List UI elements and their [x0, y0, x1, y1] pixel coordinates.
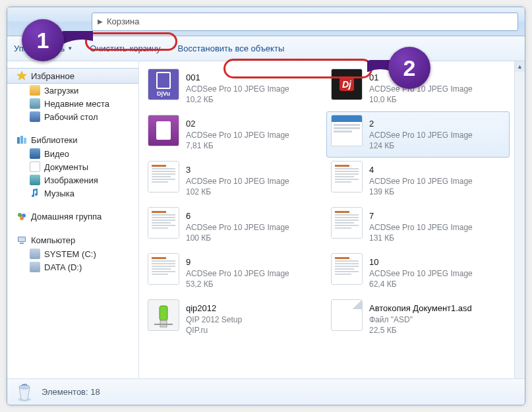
file-meta: 6ACDSee Pro 10 JPEG Image100 КБ — [186, 207, 289, 247]
file-name: 3 — [186, 164, 289, 176]
sidebar-homegroup-label: Домашняя группа — [31, 212, 102, 221]
sidebar-favorites-label: Избранное — [31, 71, 74, 81]
file-item[interactable]: 9ACDSee Pro 10 JPEG Image53,2 КБ — [143, 250, 326, 296]
file-size: 100 КБ — [186, 233, 289, 243]
file-meta: 4ACDSee Pro 10 JPEG Image139 КБ — [369, 161, 473, 200]
sidebar-item-system-c[interactable]: SYSTEM (C:) — [7, 247, 138, 260]
file-meta: Автокопия Документ1.asdФайл "ASD"22,5 КБ — [369, 299, 472, 339]
address-field[interactable]: ▶ Корзина — [92, 13, 518, 31]
empty-label: Очистить корзину — [90, 44, 160, 53]
homegroup-icon — [16, 211, 27, 221]
content-pane[interactable]: DjVu001ACDSee Pro 10 JPEG Image10,2 КБDj… — [139, 61, 525, 378]
sidebar-group-homegroup: Домашняя группа — [7, 209, 138, 223]
svg-rect-2 — [20, 136, 23, 144]
scroll-up-icon[interactable]: ▲ — [515, 61, 525, 72]
file-item[interactable]: 10ACDSee Pro 10 JPEG Image62,4 КБ — [326, 250, 510, 296]
annotation-badge-2: 2 — [388, 47, 430, 89]
file-thumbnail — [331, 207, 363, 239]
file-thumbnail — [331, 253, 363, 285]
file-type: ACDSee Pro 10 JPEG Image — [369, 176, 473, 187]
sidebar-item-data-d[interactable]: DATA (D:) — [7, 260, 138, 274]
sidebar-favorites-header[interactable]: Избранное — [7, 68, 138, 84]
file-size: 7,81 КБ — [186, 140, 289, 151]
sidebar-libraries-header[interactable]: Библиотеки — [7, 132, 138, 147]
file-size: 10,0 КБ — [369, 94, 473, 105]
file-name: 10 — [369, 256, 473, 268]
svg-point-14 — [19, 385, 30, 389]
music-icon — [30, 188, 40, 198]
file-meta: 7ACDSee Pro 10 JPEG Image131 КБ — [369, 207, 473, 247]
svg-marker-0 — [17, 71, 26, 80]
file-size: 139 КБ — [369, 187, 473, 197]
file-type: ACDSee Pro 10 JPEG Image — [186, 268, 289, 279]
file-item[interactable]: 7ACDSee Pro 10 JPEG Image131 КБ — [326, 204, 510, 250]
file-type: ACDSee Pro 10 JPEG Image — [186, 84, 289, 94]
svg-point-4 — [18, 213, 22, 217]
sidebar-item-label: Недавние места — [44, 99, 109, 109]
file-thumbnail: DjVu — [148, 69, 179, 100]
file-type: QIP 2012 Setup — [186, 314, 242, 325]
sidebar-item-documents[interactable]: Документы — [7, 160, 138, 173]
file-size: 131 КБ — [369, 233, 473, 243]
svg-rect-10 — [160, 306, 167, 320]
sidebar-homegroup-header[interactable]: Домашняя группа — [7, 209, 138, 223]
sidebar-item-desktop[interactable]: Рабочий стол — [7, 110, 138, 123]
file-item[interactable]: Автокопия Документ1.asdФайл "ASD"22,5 КБ — [326, 296, 510, 342]
svg-rect-9 — [20, 243, 24, 244]
file-meta: 2ACDSee Pro 10 JPEG Image124 КБ — [369, 115, 473, 154]
sidebar-item-pictures[interactable]: Изображения — [7, 173, 138, 187]
sidebar-group-computer: Компьютер SYSTEM (C:) DATA (D:) — [7, 233, 138, 274]
file-type: ACDSee Pro 10 JPEG Image — [369, 130, 473, 140]
file-item[interactable]: qip2012QIP 2012 SetupQIP.ru — [143, 296, 326, 342]
file-type: ACDSee Pro 10 JPEG Image — [186, 176, 289, 187]
sidebar-item-label: Изображения — [44, 175, 98, 185]
file-size: 10,2 КБ — [186, 94, 289, 105]
sidebar-group-libraries: Библиотеки Видео Документы Изображения — [7, 132, 138, 200]
restore-all-label: Восстановить все объекты — [178, 44, 285, 53]
libraries-icon — [16, 134, 27, 145]
sidebar-item-music[interactable]: Музыка — [7, 187, 138, 200]
file-name: 6 — [186, 210, 289, 222]
sidebar-item-label: SYSTEM (C:) — [44, 249, 96, 259]
svg-rect-8 — [18, 237, 25, 241]
sidebar-item-recent[interactable]: Недавние места — [7, 97, 138, 110]
file-item[interactable]: 4ACDSee Pro 10 JPEG Image139 КБ — [326, 158, 510, 204]
status-bar: Элементов: 18 — [7, 378, 525, 405]
file-thumbnail — [148, 207, 179, 239]
file-name: qip2012 — [186, 303, 242, 314]
file-item[interactable]: 3ACDSee Pro 10 JPEG Image102 КБ — [143, 158, 326, 204]
file-size: 53,2 КБ — [186, 279, 289, 289]
annotation-badge-1: 1 — [22, 19, 64, 61]
sidebar-item-label: Документы — [44, 162, 88, 172]
downloads-icon — [30, 85, 40, 96]
vertical-scrollbar[interactable]: ▲ — [514, 61, 525, 378]
file-thumbnail — [148, 115, 179, 146]
navigation-pane[interactable]: Избранное Загрузки Недавние места Рабочи… — [7, 61, 139, 378]
documents-icon — [30, 162, 40, 172]
restore-all-button[interactable]: Восстановить все объекты — [178, 44, 285, 53]
file-size: 124 КБ — [369, 140, 473, 151]
status-count: Элементов: 18 — [42, 387, 100, 397]
file-type: ACDSee Pro 10 JPEG Image — [186, 222, 289, 233]
file-size: 62,4 КБ — [369, 279, 473, 289]
file-thumbnail — [331, 115, 363, 146]
svg-point-6 — [20, 216, 24, 220]
file-item[interactable]: 2ACDSee Pro 10 JPEG Image124 КБ — [326, 111, 510, 158]
annotation-1-label: 1 — [37, 28, 49, 53]
sidebar-computer-header[interactable]: Компьютер — [7, 233, 138, 247]
file-thumbnail — [148, 253, 179, 285]
file-meta: 02ACDSee Pro 10 JPEG Image7,81 КБ — [186, 115, 289, 154]
empty-recycle-button[interactable]: Очистить корзину — [90, 44, 160, 53]
sidebar-item-label: Видео — [44, 149, 69, 159]
file-type: ACDSee Pro 10 JPEG Image — [369, 222, 473, 233]
file-item[interactable]: 02ACDSee Pro 10 JPEG Image7,81 КБ — [143, 111, 326, 158]
file-thumbnail — [331, 161, 363, 192]
file-item[interactable]: 6ACDSee Pro 10 JPEG Image100 КБ — [143, 204, 326, 250]
window-body: Избранное Загрузки Недавние места Рабочи… — [7, 61, 525, 378]
sidebar-item-videos[interactable]: Видео — [7, 147, 138, 160]
sidebar-item-downloads[interactable]: Загрузки — [7, 84, 138, 97]
file-meta: 001ACDSee Pro 10 JPEG Image10,2 КБ — [186, 69, 289, 108]
file-meta: 3ACDSee Pro 10 JPEG Image102 КБ — [186, 161, 289, 200]
file-thumbnail: Dj — [331, 69, 363, 100]
file-item[interactable]: DjVu001ACDSee Pro 10 JPEG Image10,2 КБ — [143, 65, 326, 111]
